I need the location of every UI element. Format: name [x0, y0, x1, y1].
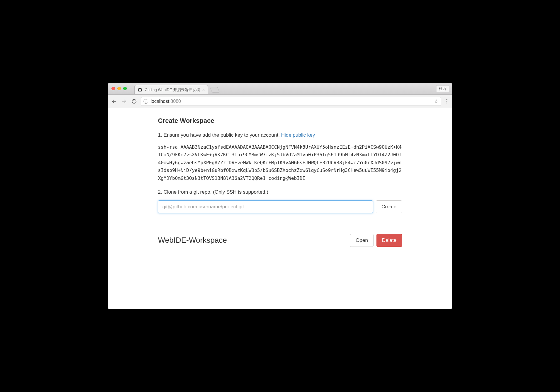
workspace-actions: Open Delete — [350, 234, 402, 247]
titlebar: Coding WebIDE 开启云端开发模 × 杜万 — [108, 83, 452, 95]
create-button[interactable]: Create — [376, 200, 402, 213]
step-1-prefix: 1. Ensure you have add the public key to… — [158, 132, 281, 138]
tab-favicon-icon — [138, 88, 142, 92]
step-1-text: 1. Ensure you have add the public key to… — [158, 132, 402, 138]
page-viewport: Create Workspace 1. Ensure you have add … — [108, 108, 452, 309]
profile-badge[interactable]: 杜万 — [436, 85, 449, 92]
browser-window: Coding WebIDE 开启云端开发模 × 杜万 i localhost:8… — [108, 83, 452, 309]
tab-close-icon[interactable]: × — [202, 88, 205, 92]
url-text: localhost:8080 — [151, 99, 181, 104]
ssh-public-key: ssh-rsa AAAAB3NzaC1ysfsdEAAAADAQABAAABAQ… — [158, 143, 402, 182]
reload-icon[interactable] — [131, 98, 137, 105]
forward-icon — [121, 98, 127, 105]
tab-title: Coding WebIDE 开启云端开发模 — [145, 87, 200, 93]
back-icon[interactable] — [111, 98, 117, 105]
step-2-text: 2. Clone from a git repo. (Only SSH is s… — [158, 189, 402, 195]
url-host: localhost — [151, 99, 169, 104]
workspace-name: WebIDE-Workspace — [158, 236, 227, 245]
browser-menu-icon[interactable] — [445, 99, 449, 103]
page-container: Create Workspace 1. Ensure you have add … — [158, 117, 402, 255]
git-url-input[interactable] — [158, 200, 373, 213]
clone-row: Create — [158, 200, 402, 213]
new-tab-button[interactable] — [210, 87, 220, 93]
window-maximize-icon[interactable] — [123, 87, 127, 90]
page-title: Create Workspace — [158, 117, 402, 125]
workspace-row: WebIDE-Workspace Open Delete — [158, 234, 402, 255]
window-close-icon[interactable] — [111, 87, 115, 90]
hide-public-key-link[interactable]: Hide public key — [281, 132, 315, 138]
browser-tab[interactable]: Coding WebIDE 开启云端开发模 × — [134, 85, 208, 94]
delete-button[interactable]: Delete — [376, 234, 402, 247]
window-minimize-icon[interactable] — [117, 87, 121, 90]
bookmark-star-icon[interactable]: ☆ — [434, 98, 439, 105]
traffic-lights — [111, 87, 127, 90]
url-port: :8080 — [169, 99, 181, 104]
toolbar: i localhost:8080 ☆ — [108, 95, 452, 108]
address-bar[interactable]: i localhost:8080 ☆ — [141, 97, 441, 106]
open-button[interactable]: Open — [350, 234, 374, 247]
site-info-icon[interactable]: i — [144, 99, 148, 104]
